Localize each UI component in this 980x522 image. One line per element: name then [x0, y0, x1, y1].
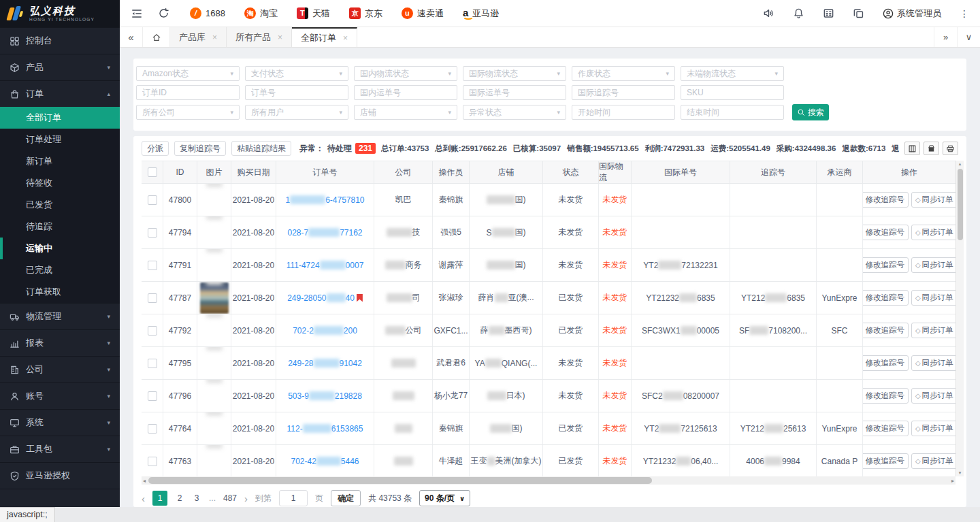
sync-order-button[interactable]: ◇同步订单	[911, 388, 956, 404]
row-checkbox[interactable]	[148, 391, 157, 401]
filter-select-店铺[interactable]: 店铺▾	[354, 105, 457, 120]
filter-input-结束时间[interactable]	[681, 105, 784, 120]
page-button-3[interactable]: 3	[192, 493, 201, 503]
filter-select-异常状态[interactable]: 异常状态▾	[463, 105, 566, 120]
filter-input-订单号[interactable]	[245, 85, 348, 100]
sync-order-button[interactable]: ◇同步订单	[911, 323, 956, 338]
close-tab-icon[interactable]: ×	[343, 33, 348, 43]
sync-order-button[interactable]: ◇同步订单	[911, 225, 956, 240]
scroll-left-arrow[interactable]: ◂	[142, 478, 147, 484]
goto-page-input[interactable]	[279, 490, 308, 506]
filter-select-所有用户[interactable]: 所有用户▾	[245, 105, 348, 120]
marketplace-天猫[interactable]: T天猫	[297, 7, 330, 20]
filter-input-国际运单号[interactable]	[463, 85, 566, 100]
home-tab[interactable]	[143, 27, 170, 47]
product-thumbnail[interactable]	[200, 282, 229, 314]
sync-order-button[interactable]: ◇同步订单	[911, 453, 956, 469]
horizontal-scrollbar-thumb[interactable]	[148, 477, 652, 484]
edit-tracking-button[interactable]: 修改追踪号	[863, 192, 909, 208]
toolbar-button-2[interactable]: 粘贴追踪结果	[231, 141, 291, 156]
edit-tracking-button[interactable]: 修改追踪号	[863, 355, 909, 371]
filter-input-国内运单号[interactable]	[354, 85, 457, 100]
vertical-scrollbar[interactable]: ▴ ▾	[956, 161, 964, 476]
sidebar-subitem-0[interactable]: 全部订单	[0, 107, 120, 129]
marketplace-京东[interactable]: 京京东	[349, 7, 382, 20]
edit-tracking-button[interactable]: 修改追踪号	[863, 225, 909, 240]
filter-input-国际追踪号[interactable]	[572, 85, 675, 100]
refresh-button[interactable]	[158, 7, 169, 19]
search-button[interactable]: 搜索	[792, 104, 829, 120]
close-tab-icon[interactable]: ×	[278, 33, 282, 42]
sidebar-item-reports[interactable]: 报表▾	[0, 329, 120, 356]
prev-page-button[interactable]: ‹	[142, 493, 145, 504]
horizontal-scrollbar[interactable]: ◂ ▸	[142, 476, 956, 485]
edit-tracking-button[interactable]: 修改追踪号	[863, 290, 909, 306]
sidebar-subitem-2[interactable]: 新订单	[0, 150, 120, 172]
export-button[interactable]	[924, 142, 939, 155]
row-checkbox[interactable]	[148, 424, 157, 434]
more-menu-button[interactable]: ⋮	[960, 8, 969, 19]
tab-2[interactable]: 全部订单×	[292, 27, 357, 47]
print-button[interactable]	[943, 142, 958, 155]
sidebar-item-account[interactable]: 账号▾	[0, 382, 120, 409]
scroll-down-arrow[interactable]: ▾	[959, 470, 962, 476]
user-menu[interactable]: 系统管理员	[883, 7, 941, 20]
sidebar-item-company[interactable]: 公司▾	[0, 356, 120, 382]
row-checkbox[interactable]	[148, 261, 157, 270]
filter-select-支付状态[interactable]: 支付状态▾	[245, 66, 348, 81]
filter-select-末端物流状态[interactable]: 末端物流状态▾	[681, 66, 784, 81]
order-number-link[interactable]: 249-2891042	[276, 347, 374, 379]
row-checkbox[interactable]	[148, 326, 157, 336]
sidebar-item-logistics[interactable]: 物流管理▾	[0, 303, 120, 329]
sidebar-subitem-5[interactable]: 待追踪	[0, 216, 120, 238]
edit-tracking-button[interactable]: 修改追踪号	[863, 388, 909, 404]
tab-0[interactable]: 产品库×	[170, 27, 227, 47]
select-all-checkbox[interactable]	[148, 167, 157, 177]
panel-button[interactable]	[823, 7, 834, 19]
tabs-menu-button[interactable]: ∨	[957, 27, 980, 47]
scroll-up-arrow[interactable]: ▴	[959, 161, 962, 167]
sync-order-button[interactable]: ◇同步订单	[911, 421, 956, 436]
edit-tracking-button[interactable]: 修改追踪号	[863, 323, 909, 338]
copy-button[interactable]	[853, 7, 864, 19]
vertical-scrollbar-thumb[interactable]	[958, 169, 963, 240]
sidebar-item-console[interactable]: 控制台	[0, 27, 120, 54]
scroll-right-arrow[interactable]: ▸	[950, 478, 956, 484]
order-number-link[interactable]: 16-4757810	[276, 184, 374, 216]
notifications-button[interactable]	[793, 7, 804, 19]
pending-link[interactable]: 待处理	[327, 143, 352, 154]
sidebar-item-product[interactable]: 产品▾	[0, 54, 120, 80]
toolbar-button-0[interactable]: 分派	[142, 141, 169, 156]
sync-order-button[interactable]: ◇同步订单	[911, 355, 956, 371]
collapse-sidebar-button[interactable]	[131, 7, 143, 20]
row-checkbox[interactable]	[148, 195, 157, 205]
order-number-link[interactable]: 112-6153865	[276, 412, 374, 444]
order-number-link[interactable]: 111-47240007	[276, 249, 374, 281]
sync-order-button[interactable]: ◇同步订单	[911, 257, 956, 273]
tabs-scroll-left-button[interactable]: «	[120, 27, 143, 47]
order-number-link[interactable]: 702-2200	[276, 314, 374, 346]
filter-select-国际物流状态[interactable]: 国际物流状态▾	[463, 66, 566, 81]
sidebar-subitem-3[interactable]: 待签收	[0, 172, 120, 194]
sidebar-subitem-8[interactable]: 订单获取	[0, 281, 120, 303]
columns-button[interactable]	[904, 142, 920, 155]
row-checkbox[interactable]	[148, 228, 157, 238]
sidebar-subitem-1[interactable]: 订单处理	[0, 129, 120, 150]
sidebar-item-toolkit[interactable]: 工具包▾	[0, 436, 120, 462]
filter-input-SKU[interactable]	[681, 85, 784, 100]
sync-order-button[interactable]: ◇同步订单	[911, 192, 956, 208]
row-checkbox[interactable]	[148, 293, 157, 303]
filter-input-开始时间[interactable]	[572, 105, 675, 120]
close-tab-icon[interactable]: ×	[212, 33, 217, 42]
filter-select-作废状态[interactable]: 作废状态▾	[572, 66, 675, 81]
order-number-link[interactable]: 249-2805040	[276, 282, 374, 314]
confirm-page-button[interactable]: 确定	[331, 490, 361, 506]
page-button-1[interactable]: 1	[152, 491, 167, 506]
filter-select-国内物流状态[interactable]: 国内物流状态▾	[354, 66, 457, 81]
sidebar-item-order[interactable]: 订单▴	[0, 80, 120, 107]
edit-tracking-button[interactable]: 修改追踪号	[863, 421, 909, 436]
filter-select-Amazon状态[interactable]: Amazon状态▾	[136, 66, 240, 81]
sync-order-button[interactable]: ◇同步订单	[911, 290, 956, 306]
filter-input-订单ID[interactable]	[136, 85, 240, 100]
row-checkbox[interactable]	[148, 359, 157, 368]
